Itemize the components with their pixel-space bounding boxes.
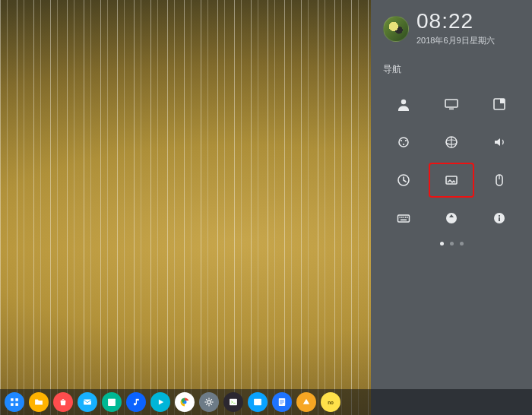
mouse-icon[interactable] — [478, 163, 521, 197]
panel-section-title: 导航 — [380, 63, 523, 76]
settings-grid — [380, 85, 523, 237]
terminal-icon[interactable] — [223, 392, 243, 412]
control-center-panel: 08:22 2018年6月9日星期六 导航 — [371, 0, 532, 415]
music-player-icon[interactable] — [126, 392, 146, 412]
keyboard-icon[interactable] — [382, 201, 425, 235]
chrome-icon[interactable] — [175, 392, 195, 412]
panel-pager[interactable] — [380, 242, 523, 246]
clock-time: 08:22 — [416, 11, 495, 32]
user-avatar[interactable] — [383, 16, 409, 42]
pager-dot[interactable] — [460, 242, 464, 246]
account-icon[interactable] — [382, 87, 425, 121]
system-monitor-icon[interactable] — [248, 392, 268, 412]
network-icon[interactable] — [430, 125, 473, 159]
personalization-icon[interactable] — [382, 125, 425, 159]
panel-header: 08:22 2018年6月9日星期六 — [380, 11, 523, 46]
dock — [0, 389, 532, 415]
calendar-icon[interactable] — [102, 392, 122, 412]
mail-icon[interactable] — [78, 392, 97, 412]
app-store-icon[interactable] — [53, 392, 73, 412]
text-editor-icon[interactable] — [272, 392, 292, 412]
clock-date: 2018年6月9日星期六 — [416, 35, 495, 46]
sound-icon[interactable] — [478, 125, 521, 159]
update-icon[interactable] — [430, 201, 473, 235]
pager-dot[interactable] — [440, 242, 444, 246]
default-apps-icon[interactable] — [478, 87, 521, 121]
system-info-icon[interactable] — [478, 201, 521, 235]
pager-dot[interactable] — [450, 242, 454, 246]
launcher-icon[interactable] — [5, 392, 24, 412]
display-icon[interactable] — [430, 87, 473, 121]
wallpaper-icon[interactable] — [429, 163, 474, 198]
safe-remove-icon[interactable] — [296, 392, 316, 412]
settings-gear-icon[interactable] — [199, 392, 219, 412]
file-manager-icon[interactable] — [29, 392, 49, 412]
noto-app-icon[interactable] — [321, 392, 340, 412]
time-date-icon[interactable] — [382, 163, 425, 197]
video-player-icon[interactable] — [150, 392, 170, 412]
clock-block: 08:22 2018年6月9日星期六 — [416, 11, 495, 46]
